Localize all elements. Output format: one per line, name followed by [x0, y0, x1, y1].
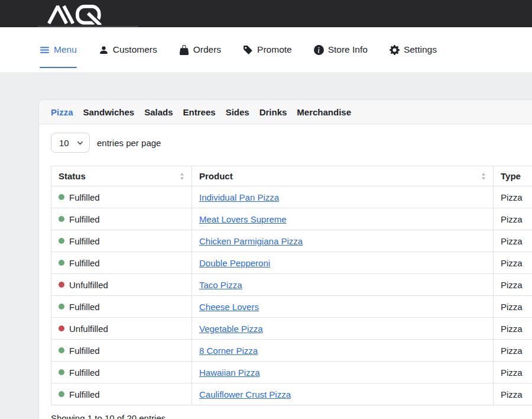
- tab-sandwiches[interactable]: Sandwiches: [83, 107, 135, 117]
- status-dot: [59, 325, 64, 331]
- product-cell: Hawaiian Pizza: [192, 362, 494, 383]
- nav-item-menu[interactable]: Menu: [40, 27, 77, 72]
- status-cell: Fulfilled: [51, 252, 192, 274]
- table-row: Fulfilled Meat Lovers Supreme Pizza: [51, 208, 532, 230]
- table-row: Fulfilled Cauliflower Crust Pizza Pizza: [51, 383, 532, 405]
- column-header-product[interactable]: Product: [192, 166, 494, 186]
- product-link[interactable]: Double Pepperoni: [199, 258, 270, 268]
- type-cell: Pizza: [494, 186, 532, 208]
- top-app-bar: [0, 0, 532, 27]
- product-link[interactable]: Chicken Parmigiana Pizza: [199, 236, 303, 246]
- tab-drinks[interactable]: Drinks: [259, 107, 287, 117]
- product-link[interactable]: 8 Corner Pizza: [199, 346, 258, 356]
- status-dot: [59, 194, 64, 200]
- status-cell: Fulfilled: [51, 362, 192, 383]
- product-link[interactable]: Individual Pan Pizza: [199, 192, 279, 202]
- tab-salads[interactable]: Salads: [144, 107, 173, 117]
- nav-item-store-info[interactable]: Store Info: [314, 27, 368, 72]
- logo-underline: [38, 26, 138, 27]
- sort-icon[interactable]: [481, 173, 486, 180]
- product-cell: Individual Pan Pizza: [192, 186, 494, 208]
- nav-label: Orders: [193, 44, 221, 55]
- status-cell: Fulfilled: [51, 383, 192, 405]
- hamburger-icon: [40, 45, 50, 55]
- status-label: Unfulfilled: [69, 324, 108, 334]
- nav-label: Customers: [113, 44, 157, 55]
- status-cell: Fulfilled: [51, 230, 192, 252]
- product-link[interactable]: Hawaiian Pizza: [199, 368, 260, 378]
- product-cell: Taco Pizza: [192, 274, 494, 296]
- status-dot: [59, 304, 64, 310]
- table-row: Fulfilled 8 Corner Pizza Pizza: [51, 340, 532, 362]
- status-label: Fulfilled: [69, 236, 100, 246]
- card-body: 10 entries per page Status: [39, 124, 532, 419]
- table-row: Fulfilled Chicken Parmigiana Pizza Pizza: [51, 230, 532, 252]
- nav-item-settings[interactable]: Settings: [390, 27, 437, 72]
- table-row: Fulfilled Double Pepperoni Pizza: [51, 252, 532, 274]
- entries-per-page-value: 10: [59, 138, 69, 148]
- product-link[interactable]: Cauliflower Crust Pizza: [199, 389, 291, 399]
- main-nav: Menu Customers Orders Promote Store Info…: [0, 27, 532, 72]
- nav-label: Store Info: [328, 44, 368, 55]
- type-cell: Pizza: [494, 208, 532, 230]
- status-dot: [59, 282, 64, 288]
- table-row: Fulfilled Cheese Lovers Pizza: [51, 296, 532, 318]
- status-label: Fulfilled: [69, 192, 100, 202]
- column-header-status[interactable]: Status: [51, 166, 192, 186]
- status-label: Fulfilled: [69, 346, 100, 356]
- status-dot: [59, 391, 64, 397]
- tag-icon: [243, 45, 253, 55]
- entries-per-page-select[interactable]: 10: [51, 133, 90, 153]
- table-header-row: Status Product: [51, 166, 532, 186]
- nav-label: Menu: [54, 44, 77, 55]
- product-cell: Double Pepperoni: [192, 252, 494, 274]
- product-link[interactable]: Taco Pizza: [199, 280, 242, 290]
- product-cell: Cauliflower Crust Pizza: [192, 383, 494, 405]
- product-link[interactable]: Vegetable Pizza: [199, 324, 263, 334]
- sort-icon[interactable]: [180, 173, 184, 180]
- product-cell: Cheese Lovers: [192, 296, 494, 318]
- tab-entrees[interactable]: Entrees: [183, 107, 216, 117]
- status-label: Fulfilled: [69, 368, 100, 378]
- category-tabs: Pizza Sandwiches Salads Entrees Sides Dr…: [39, 100, 532, 124]
- type-cell: Pizza: [494, 318, 532, 340]
- chevron-down-icon: [77, 140, 83, 146]
- person-icon: [99, 45, 109, 55]
- info-icon: [314, 45, 324, 55]
- type-cell: Pizza: [494, 340, 532, 362]
- brand-logo-mq[interactable]: [40, 4, 109, 25]
- products-table: Status Product: [51, 166, 532, 405]
- type-cell: Pizza: [494, 230, 532, 252]
- status-dot: [59, 369, 64, 375]
- status-label: Fulfilled: [69, 302, 100, 312]
- product-cell: Chicken Parmigiana Pizza: [192, 230, 494, 252]
- product-link[interactable]: Meat Lovers Supreme: [199, 214, 287, 224]
- status-cell: Fulfilled: [51, 208, 192, 230]
- table-row: Fulfilled Individual Pan Pizza Pizza: [51, 186, 532, 208]
- tab-sides[interactable]: Sides: [226, 107, 249, 117]
- nav-item-promote[interactable]: Promote: [243, 27, 292, 72]
- tab-merchandise[interactable]: Merchandise: [297, 107, 351, 117]
- status-dot: [59, 238, 64, 244]
- nav-item-customers[interactable]: Customers: [99, 27, 157, 72]
- column-header-type[interactable]: Type: [494, 166, 532, 186]
- product-cell: 8 Corner Pizza: [192, 340, 494, 362]
- status-dot: [59, 216, 64, 222]
- status-cell: Unfulfilled: [51, 274, 192, 296]
- type-cell: Pizza: [494, 252, 532, 274]
- status-label: Fulfilled: [69, 258, 100, 268]
- status-label: Fulfilled: [69, 214, 100, 224]
- product-link[interactable]: Cheese Lovers: [199, 302, 259, 312]
- status-cell: Fulfilled: [51, 186, 192, 208]
- bag-icon: [179, 45, 189, 55]
- column-label: Type: [501, 171, 521, 181]
- status-cell: Fulfilled: [51, 340, 192, 362]
- column-label: Product: [199, 171, 233, 181]
- status-cell: Unfulfilled: [51, 318, 192, 340]
- nav-item-orders[interactable]: Orders: [179, 27, 221, 72]
- status-label: Unfulfilled: [69, 280, 108, 290]
- tab-pizza[interactable]: Pizza: [51, 107, 73, 117]
- product-cell: Meat Lovers Supreme: [192, 208, 494, 230]
- entries-per-page-label: entries per page: [97, 138, 161, 148]
- gear-icon: [390, 45, 400, 55]
